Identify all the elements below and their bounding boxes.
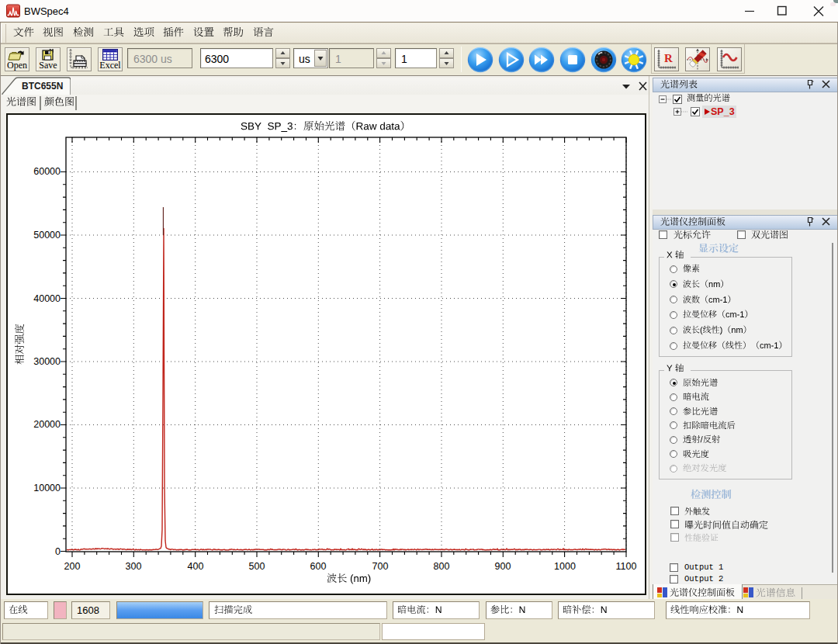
- svg-text:R: R: [664, 52, 673, 64]
